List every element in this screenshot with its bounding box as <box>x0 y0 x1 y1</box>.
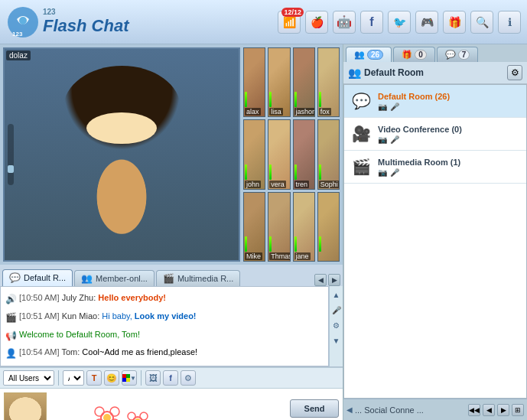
input-area: Send Newline <box>0 389 343 420</box>
volume-thumb[interactable] <box>8 165 14 173</box>
image-btn[interactable]: 🖼 <box>145 370 161 386</box>
msg-time: [10:50 AM] <box>19 293 62 302</box>
room-sub-video: 📷 🎤 <box>378 135 522 144</box>
video-grid: alax lisa jashon fox john <box>243 47 340 262</box>
room-info-video: Video Conference (0) 📷 🎤 <box>378 125 522 144</box>
message-row: 👤 [10:54 AM] Tom: Cool~Add me as friend,… <box>5 344 324 363</box>
video-thumb[interactable]: Thmas <box>268 192 290 262</box>
input-avatar <box>4 392 47 420</box>
gift-btn[interactable]: 🎁 <box>443 11 466 34</box>
message-row: 📢 Welcome to Default Room, Tom! <box>5 327 324 345</box>
video-bar <box>245 236 247 252</box>
msg-text: Hello everybody! <box>98 293 166 302</box>
video-bar <box>319 92 321 107</box>
video-thumb[interactable]: fox <box>317 47 340 117</box>
info-btn[interactable]: ℹ <box>498 11 521 34</box>
gamepad-btn[interactable]: 🎮 <box>415 11 438 34</box>
notification-badge-btn[interactable]: 📶 12/12 <box>278 11 301 34</box>
main-content: dolaz alax lisa jashon <box>0 44 527 420</box>
search-btn[interactable]: 🔍 <box>470 11 493 34</box>
msg-text-blue: Hi baby, <box>102 311 135 321</box>
chat-count: 7 <box>458 50 470 60</box>
room-name-video: Video Conference (0) <box>378 125 522 134</box>
send-button[interactable]: Send <box>290 399 339 418</box>
room-settings-btn[interactable]: ⚙ <box>507 65 522 80</box>
scroll-up-btn[interactable]: ▲ <box>331 289 342 300</box>
video-thumb[interactable]: jane <box>293 192 315 262</box>
room-icon-video: 🎥 <box>349 122 373 146</box>
tab-chat-rooms[interactable]: 💬 7 <box>437 47 479 62</box>
video-thumb[interactable]: Mike <box>243 192 265 262</box>
bb-back-btn[interactable]: ◀ <box>483 404 495 416</box>
drawing-area[interactable] <box>50 389 286 420</box>
tab-default-room[interactable]: 💬 Default R... <box>2 269 73 286</box>
emoji-btn[interactable]: 😊 <box>104 370 119 386</box>
settings-btn[interactable]: ⚙ <box>331 320 342 330</box>
volume-slider[interactable] <box>8 124 14 185</box>
android-btn[interactable]: 🤖 <box>333 11 356 34</box>
bb-fwd-btn[interactable]: ▶ <box>497 404 509 416</box>
video-thumb-label: Sophi <box>319 181 340 188</box>
room-icon-multimedia: 🎬 <box>349 155 373 179</box>
tab-multimedia[interactable]: 🎬 Multimedia R... <box>156 270 240 286</box>
room-item-multimedia[interactable]: 🎬 Multimedia Room (1) 📷 🎤 <box>344 151 526 184</box>
video-bar <box>245 92 247 107</box>
msg-sender: Tom: <box>61 347 82 357</box>
tab-prev-btn[interactable]: ◀ <box>314 274 327 286</box>
video-thumb[interactable]: tren <box>293 119 315 189</box>
bb-prev-btn[interactable]: ◀◀ <box>468 404 480 416</box>
tab-gifts[interactable]: 🎁 0 <box>393 47 435 62</box>
video-bar <box>294 164 297 180</box>
tab-online-users[interactable]: 👥 26 <box>346 47 392 62</box>
room-camera-icon: 📷 <box>378 103 387 111</box>
msg-user-icon: 👤 <box>5 347 17 360</box>
video-thumb[interactable]: john <box>243 119 265 189</box>
video-thumb[interactable]: alax <box>243 47 265 117</box>
twitter-btn[interactable]: 🐦 <box>388 11 411 34</box>
msg-text: Cool~Add me as friend,please! <box>82 347 197 357</box>
scroll-down-btn[interactable]: ▼ <box>331 335 342 346</box>
video-thumb[interactable]: jashon <box>293 47 315 117</box>
video-thumb[interactable]: lisa <box>268 47 290 117</box>
video-section: dolaz alax lisa jashon <box>0 44 343 265</box>
input-send-col: Send Newline <box>286 389 343 420</box>
room-mic-icon: 🎤 <box>390 103 399 111</box>
video-thumb-label: alax <box>245 108 261 116</box>
app-title: Flash Chat <box>43 16 128 36</box>
expand-btn[interactable]: ◀ <box>346 405 353 414</box>
room-item-video-conf[interactable]: 🎥 Video Conference (0) 📷 🎤 <box>344 118 526 151</box>
color-btn[interactable]: ▼ <box>122 370 137 386</box>
room-item-default[interactable]: 💬 Default Room (26) 📷 🎤 <box>344 85 526 118</box>
bottom-label: ... Social Conne ... <box>355 405 466 415</box>
msg-content: [10:51 AM] Kun Miao: Hi baby, Look my vi… <box>19 311 197 322</box>
video-thumb[interactable] <box>317 192 340 262</box>
users-select[interactable]: All Users <box>3 370 54 386</box>
facebook-share-btn[interactable]: f <box>163 370 178 386</box>
video-thumb-label: lisa <box>269 108 283 116</box>
messages-area[interactable]: 🔊 [10:50 AM] July Zhu: Hello everybody! … <box>0 286 329 366</box>
tab-member-online[interactable]: 👥 Member-onl... <box>74 270 155 286</box>
mic-btn[interactable]: 🎤 <box>331 304 342 315</box>
logo-icon: 123 <box>6 5 40 39</box>
logo-area: 123 123 Flash Chat <box>6 5 278 39</box>
tab-next-btn[interactable]: ▶ <box>328 274 340 286</box>
more-options-btn[interactable]: ⚙ <box>181 370 196 386</box>
font-size-select[interactable]: A <box>63 370 84 386</box>
video-thumb-label: jane <box>294 252 311 260</box>
video-thumb[interactable]: Sophi <box>317 119 340 189</box>
msg-system-text: Welcome to Default Room, Tom! <box>19 329 140 340</box>
separator <box>58 370 59 386</box>
apple-btn[interactable]: 🍎 <box>305 11 328 34</box>
video-thumb-label: jashon <box>294 108 315 116</box>
bb-expand-btn[interactable]: ⊞ <box>512 404 524 416</box>
svg-point-21 <box>128 412 135 420</box>
main-video-feed <box>5 49 239 260</box>
video-thumb[interactable]: vera <box>268 119 290 189</box>
msg-time: [10:51 AM] <box>19 311 62 321</box>
bold-btn[interactable]: T <box>86 370 102 386</box>
video-thumb-label: vera <box>269 181 286 188</box>
notification-badge: 12/12 <box>281 8 304 17</box>
svg-point-13 <box>95 407 104 416</box>
facebook-btn[interactable]: f <box>360 11 383 34</box>
main-video[interactable]: dolaz <box>3 47 240 262</box>
